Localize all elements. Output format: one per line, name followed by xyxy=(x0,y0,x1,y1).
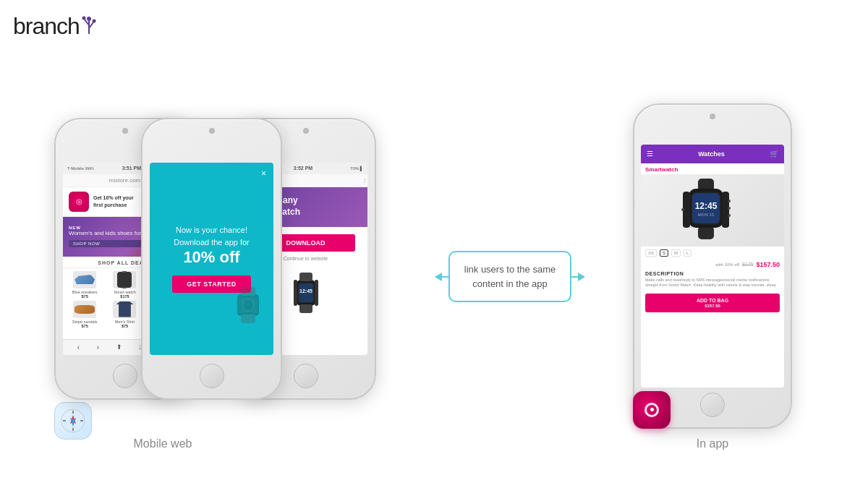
app-menu-icon[interactable]: ☰ xyxy=(647,150,653,158)
safari-icon xyxy=(54,402,92,440)
banner-text: Get 10% off your first purchase xyxy=(93,194,142,207)
product-item[interactable]: Blue sneakers $75 xyxy=(66,271,103,299)
svg-rect-17 xyxy=(294,280,297,306)
svg-point-3 xyxy=(87,17,91,21)
app-description: DESCRIPTION Make calls and read/reply to… xyxy=(641,270,784,290)
phone-2-watch-decoration xyxy=(219,283,273,355)
phone-right: ☰ Watches 🛒 Smartwatch xyxy=(633,103,792,429)
app-cart-icon[interactable]: 🛒 xyxy=(770,150,778,158)
app-top-bar: ☰ Watches 🛒 xyxy=(641,145,784,163)
app-bar-title: Watches xyxy=(653,150,770,158)
svg-rect-7 xyxy=(241,287,255,296)
callout-arrow-left xyxy=(435,276,450,278)
callout-arrow-right xyxy=(570,276,584,278)
phone-2-close[interactable]: × xyxy=(261,168,266,179)
nav-share[interactable]: ⬆ xyxy=(116,343,122,351)
app-add-to-bag-btn[interactable]: ADD TO BAG$157.50 xyxy=(645,294,780,312)
main-content: T-Mobile WiFi 3:51 PM 71% ▌ mistore.com … xyxy=(0,65,868,488)
callout-box: link users to the same content in the ap… xyxy=(448,251,571,302)
app-price: with 10% off $175 $157.50 xyxy=(641,260,784,270)
svg-text:12:45: 12:45 xyxy=(299,288,312,294)
product-item[interactable]: Stripe sandals $75 xyxy=(66,301,103,328)
phone-2-screen: × Now is your chance!Download the app fo… xyxy=(150,163,273,355)
right-phone-group: ☰ Watches 🛒 Smartwatch xyxy=(618,103,814,450)
branch-icon xyxy=(81,15,97,35)
svg-point-10 xyxy=(242,299,254,311)
app-watch-svg: 12:45 MON 15 xyxy=(673,176,752,244)
size-s[interactable]: S xyxy=(660,249,668,257)
svg-point-35 xyxy=(728,200,731,202)
phone-2-overlay: × Now is your chance!Download the app fo… xyxy=(150,163,273,355)
nav-forward[interactable]: › xyxy=(97,343,99,351)
app-icon xyxy=(633,391,671,429)
app-sizes: XS S M L xyxy=(641,247,784,260)
size-m[interactable]: M xyxy=(671,249,681,257)
safari-svg xyxy=(60,408,86,434)
svg-rect-27 xyxy=(698,226,714,239)
app-product-label: Smartwatch xyxy=(641,163,784,174)
svg-rect-32 xyxy=(722,192,729,228)
logo: branch xyxy=(13,13,97,40)
phone-2-heading: Now is your chance!Download the app for xyxy=(174,224,250,248)
phone-2-discount: 10% off xyxy=(183,248,239,267)
svg-point-5 xyxy=(92,19,95,22)
svg-point-37 xyxy=(728,214,731,217)
phone-2: × Now is your chance!Download the app fo… xyxy=(141,118,282,400)
svg-rect-8 xyxy=(241,314,255,323)
svg-rect-18 xyxy=(315,280,318,306)
callout-area: link users to the same content in the ap… xyxy=(430,103,590,450)
left-phone-group: T-Mobile WiFi 3:51 PM 71% ▌ mistore.com … xyxy=(54,103,401,450)
phone-right-screen: ☰ Watches 🛒 Smartwatch xyxy=(641,145,784,388)
logo-text: branch xyxy=(13,13,80,40)
svg-text:12:45: 12:45 xyxy=(695,201,718,211)
in-app-label: In app xyxy=(640,437,785,450)
banner-app-icon: ◎ xyxy=(69,192,89,212)
svg-point-36 xyxy=(728,207,731,210)
nav-back[interactable]: ‹ xyxy=(77,343,80,351)
app-watch-image: 12:45 MON 15 xyxy=(641,174,784,247)
svg-point-38 xyxy=(681,208,684,211)
svg-point-4 xyxy=(82,16,85,20)
svg-text:MON 15: MON 15 xyxy=(698,213,715,217)
svg-rect-13 xyxy=(299,304,312,313)
svg-rect-12 xyxy=(299,273,312,281)
size-l[interactable]: L xyxy=(684,249,692,257)
product-item[interactable]: Smart watch $175 xyxy=(106,271,143,299)
size-xs[interactable]: XS xyxy=(645,249,657,257)
product-item[interactable]: Men's Shirt $75 xyxy=(106,301,143,328)
mobile-web-label: Mobile web xyxy=(90,437,235,450)
